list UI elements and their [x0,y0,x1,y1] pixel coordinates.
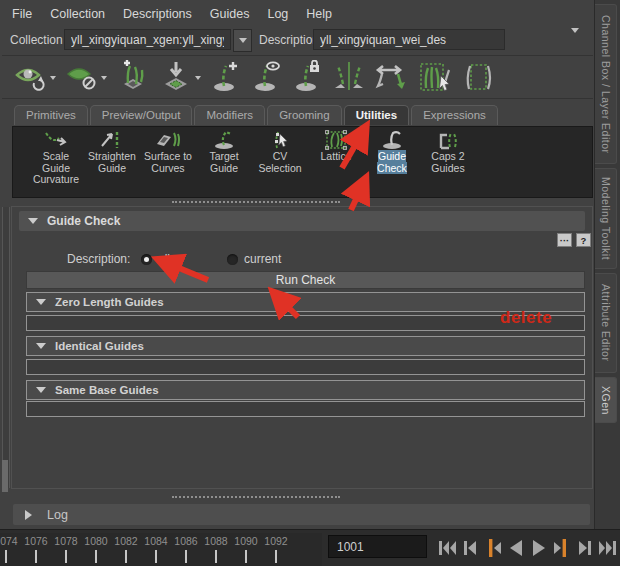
xgen-tab-bar: Primitives Preview/Output Modifiers Groo… [14,105,498,125]
select-guides-cursor-icon [417,60,453,94]
step-back-frame-button[interactable] [460,536,480,559]
delete-annotation: delete [500,308,552,328]
tab-attribute-editor[interactable]: Attribute Editor [595,273,617,373]
collection-input[interactable] [64,29,231,50]
palette-item-cv-selection[interactable]: CV Selection [252,127,308,197]
run-check-button[interactable]: Run Check [26,271,585,289]
guide-eye-icon [251,60,283,94]
radio-current-label: current [244,252,281,266]
straighten-guide-icon [99,130,125,150]
same-base-guides-header[interactable]: Same Base Guides [26,380,585,400]
lock-guide-button[interactable] [292,60,324,94]
tab-xgen[interactable]: XGen [595,377,617,423]
palette-item-lattice[interactable]: Lattice [308,127,364,197]
tab-modeling-toolkit[interactable]: Modeling Toolkit [595,168,617,269]
xgen-toolbar [2,55,593,99]
step-forward-frame-icon [575,537,595,559]
menu-log[interactable]: Log [267,7,288,21]
menu-help[interactable]: Help [306,7,332,21]
caps-2-guides-icon [435,130,461,150]
help-button[interactable]: ? [576,233,591,247]
chevron-down-icon [239,38,247,47]
palette-item-caps-2-guides[interactable]: Caps 2 Guides [420,127,476,197]
palette-item-surface-to-curves[interactable]: Surface to Curves [140,127,196,197]
tab-primitives[interactable]: Primitives [14,105,88,125]
description-label: Description [259,33,319,47]
menu-file[interactable]: File [12,7,32,21]
collapse-triangle-icon [28,218,38,229]
tab-modifiers[interactable]: Modifiers [194,105,265,125]
collapse-triangle-icon [36,387,46,398]
closed-eye-slash-icon [65,61,99,93]
description-dropdown-button[interactable] [571,33,579,51]
play-forwards-button[interactable] [529,536,549,559]
menu-bar: File Collection Descriptions Guides Log … [12,2,332,26]
play-forwards-icon [529,537,549,559]
collection-dropdown-button[interactable] [233,29,252,52]
splitter-handle[interactable] [172,496,340,498]
play-backwards-icon [506,537,526,559]
step-back-key-button[interactable] [483,536,503,559]
guide-check-icon [379,130,405,150]
presets-ellipsis-button[interactable]: ··· [557,233,572,247]
current-frame-field[interactable] [328,535,427,558]
radio-current[interactable] [227,254,238,265]
palette-item-target-guide[interactable]: Target Guide [196,127,252,197]
tab-preview-output[interactable]: Preview/Output [90,105,193,125]
go-to-end-icon [598,537,618,559]
guide-lock-icon [292,60,324,94]
identical-guides-list[interactable] [26,359,585,375]
transfer-guides-button[interactable] [374,60,408,94]
add-guides-button[interactable] [116,60,150,94]
eye-refresh-icon [14,61,48,93]
tab-utilities[interactable]: Utilities [344,105,410,125]
playback-controls [437,536,618,559]
mirror-guides-button[interactable] [333,60,365,94]
collapse-triangle-icon [36,343,46,354]
palette-item-scale-guide-curvature[interactable]: Scale Guide Curvature [28,127,84,197]
menu-collection[interactable]: Collection [50,7,105,21]
chevron-down-icon [101,76,107,83]
tab-grooming[interactable]: Grooming [267,105,342,125]
palette-item-straighten-guide[interactable]: Straighten Guide [84,127,140,197]
same-base-guides-list[interactable] [26,401,585,417]
panel-left-scrollbar-thumb[interactable] [2,460,8,492]
guide-visibility-button[interactable] [251,60,283,94]
place-arrow-icon [159,60,193,94]
place-guides-button[interactable] [159,60,201,94]
menu-descriptions[interactable]: Descriptions [123,7,192,21]
preview-refresh-eye-button[interactable] [14,61,56,93]
panel-left-scrollbar[interactable] [2,207,10,488]
palette-item-guide-check[interactable]: Guide Check [364,127,420,197]
hide-primitives-button[interactable] [65,61,107,93]
guide-region-button[interactable] [462,60,496,94]
radio-all[interactable] [141,254,152,265]
chevron-down-icon [571,28,579,54]
log-section-header[interactable]: Log [13,504,590,525]
add-guide-button[interactable] [210,60,242,94]
step-forward-key-icon [552,537,572,559]
play-backwards-button[interactable] [506,536,526,559]
splitter-handle[interactable] [172,201,340,203]
guide-check-section-header[interactable]: Guide Check [19,211,585,231]
step-back-frame-icon [460,537,480,559]
guide-region-icon [462,60,496,94]
surface-to-curves-icon [155,130,181,150]
identical-guides-header[interactable]: Identical Guides [26,336,585,356]
select-guides-button[interactable] [417,60,453,94]
time-slider[interactable]: 1074 1076 1078 1080 1082 1084 1086 1088 … [0,533,322,566]
expand-triangle-icon [25,510,37,520]
target-guide-icon [211,130,237,150]
tab-expressions[interactable]: Expressions [411,105,498,125]
chevron-down-icon [50,76,56,83]
collection-label: Collection [10,33,63,47]
go-to-start-button[interactable] [437,536,457,559]
description-input[interactable] [313,29,505,50]
step-forward-frame-button[interactable] [575,536,595,559]
tab-channel-box-layer-editor[interactable]: Channel Box / Layer Editor [595,4,617,164]
description-scope-label: Description: [67,252,130,266]
guide-check-selected-label: Guide Check [377,150,407,174]
go-to-end-button[interactable] [598,536,618,559]
step-forward-key-button[interactable] [552,536,572,559]
menu-guides[interactable]: Guides [210,7,250,21]
